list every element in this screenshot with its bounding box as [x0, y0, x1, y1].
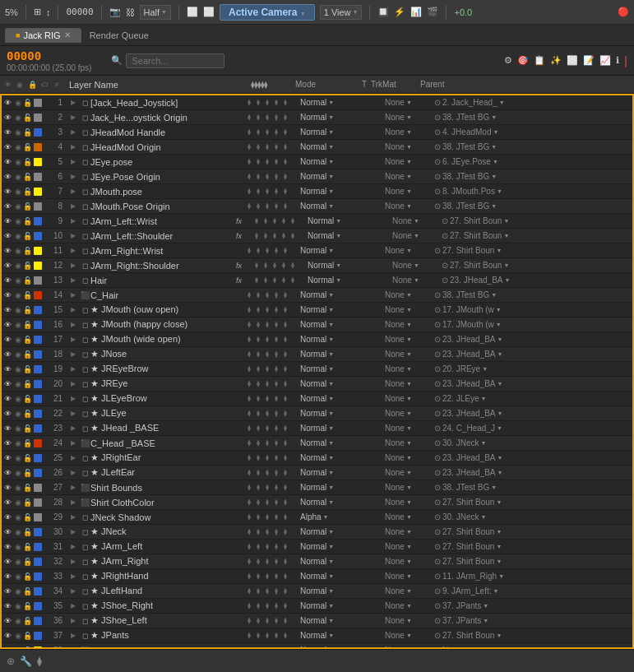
lock-icon[interactable]: 🔓	[23, 349, 32, 360]
expand-icon[interactable]: ▶	[67, 469, 79, 476]
table-row[interactable]: 👁 ◉ 🔓 4 ▶ ◻ JHeadMod Origin ⧫ ⧫ ⧫ ⧫ ⧫ No…	[2, 140, 632, 155]
eye-icon[interactable]: 👁	[3, 156, 12, 168]
label-swatch[interactable]	[33, 586, 42, 597]
lock-icon[interactable]: 🔓	[23, 497, 32, 508]
tab-render-queue[interactable]: Render Queue	[81, 29, 157, 42]
expand-icon[interactable]: ▶	[67, 617, 79, 624]
table-row[interactable]: 👁 ◉ 🔓 27 ▶ ⬛ Shirt Bounds ⧫ ⧫ ⧫ ⧫ ⧫ Norm…	[2, 480, 632, 495]
lock-icon[interactable]: 🔓	[23, 112, 32, 123]
label-swatch[interactable]	[33, 97, 42, 109]
solo-icon[interactable]: ◉	[13, 586, 22, 597]
label-swatch[interactable]	[33, 156, 42, 168]
label-swatch[interactable]	[33, 423, 42, 434]
label-swatch[interactable]	[33, 378, 42, 390]
lock-icon[interactable]: 🔓	[23, 452, 32, 464]
table-row[interactable]: 👁 ◉ 🔓 7 ▶ ◻ JMouth.pose ⧫ ⧫ ⧫ ⧫ ⧫ Normal…	[2, 184, 632, 199]
table-row[interactable]: 👁 ◉ 🔓 37 ▶ ◻ ★ JPants ⧫ ⧫ ⧫ ⧫ ⧫ Normal ▼	[2, 628, 632, 643]
table-row[interactable]: 👁 ◉ 🔓 9 ▶ ◻ JArm_Left::Wrist fx ⧫ ⧫ ⧫ ⧫ …	[2, 214, 632, 229]
expand-icon[interactable]: ▶	[67, 247, 79, 254]
mode-dropdown[interactable]: Normal ▼	[300, 187, 349, 196]
eye-icon[interactable]: 👁	[3, 349, 12, 360]
mode-dropdown[interactable]: Normal ▼	[300, 527, 349, 536]
eye-icon[interactable]: 👁	[3, 364, 12, 375]
label-swatch[interactable]	[33, 497, 42, 508]
label-swatch[interactable]	[33, 467, 42, 479]
layout-icon[interactable]: ⊞	[34, 7, 41, 17]
solo-icon[interactable]: ◉	[13, 260, 22, 271]
solo-icon[interactable]: ◉	[13, 482, 22, 494]
solo-icon[interactable]: ◉	[13, 556, 22, 568]
eye-icon[interactable]: 👁	[3, 334, 12, 345]
solo-icon[interactable]: ◉	[13, 378, 22, 390]
label-swatch[interactable]	[33, 630, 42, 642]
expand-icon[interactable]: ▶	[67, 306, 79, 313]
expand-icon[interactable]: ▶	[67, 336, 79, 343]
table-row[interactable]: 👁 ◉ 🔓 34 ▶ ◻ ★ JLeftHand ⧫ ⧫ ⧫ ⧫ ⧫ Norma…	[2, 584, 632, 599]
mode-dropdown[interactable]: Normal ▼	[300, 468, 349, 477]
table-row[interactable]: 👁 ◉ 🔓 26 ▶ ◻ ★ JLeftEar ⧫ ⧫ ⧫ ⧫ ⧫ Normal…	[2, 466, 632, 480]
table-row[interactable]: 👁 ◉ 🔓 2 ▶ ◻ Jack_He...oystick Origin ⧫ ⧫…	[2, 110, 632, 125]
label-swatch[interactable]	[33, 201, 42, 212]
label-swatch[interactable]	[33, 171, 42, 183]
render-icon[interactable]: 🎬	[427, 7, 438, 17]
table-row[interactable]: 👁 ◉ 🔓 22 ▶ ◻ ★ JLEye ⧫ ⧫ ⧫ ⧫ ⧫ Normal ▼	[2, 406, 632, 421]
expand-icon[interactable]: ▶	[67, 410, 79, 417]
table-row[interactable]: 👁 ◉ 🔓 36 ▶ ◻ ★ JShoe_Left ⧫ ⧫ ⧫ ⧫ ⧫ Norm…	[2, 614, 632, 628]
solo-icon[interactable]: ◉	[13, 364, 22, 375]
label-swatch[interactable]	[33, 512, 42, 523]
table-row[interactable]: 👁 ◉ 🔓 32 ▶ ◻ ★ JArm_Right ⧫ ⧫ ⧫ ⧫ ⧫ Norm…	[2, 554, 632, 569]
eye-icon[interactable]: 👁	[3, 201, 12, 212]
search-input[interactable]	[126, 53, 224, 68]
arrow-icon[interactable]: ↕	[46, 7, 51, 17]
table-row[interactable]: 👁 ◉ 🔓 20 ▶ ◻ ★ JREye ⧫ ⧫ ⧫ ⧫ ⧫ Normal ▼	[2, 377, 632, 392]
graph2-icon[interactable]: 📈	[599, 55, 611, 66]
mode-dropdown[interactable]: Normal ▼	[300, 202, 349, 211]
table-row[interactable]: 👁 ◉ 🔓 16 ▶ ◻ ★ JMouth (happy close) ⧫ ⧫ …	[2, 317, 632, 332]
expand-icon[interactable]: ▶	[67, 380, 79, 387]
label-swatch[interactable]	[33, 556, 42, 568]
table-row[interactable]: 👁 ◉ 🔓 1 ▶ ◻ [Jack_Head_Joystick] ⧫ ⧫ ⧫ ⧫…	[2, 95, 632, 110]
mode-dropdown[interactable]: Normal ▼	[300, 394, 349, 403]
lock-icon[interactable]: 🔓	[23, 97, 32, 109]
mode-dropdown[interactable]: Normal ▼	[300, 379, 349, 388]
solo-icon[interactable]: ◉	[13, 526, 22, 538]
lock-icon[interactable]: 🔓	[23, 304, 32, 316]
table-row[interactable]: 👁 ◉ 🔓 14 ▶ ⬛ C_Hair ⧫ ⧫ ⧫ ⧫ ⧫ Normal ▼	[2, 288, 632, 303]
label-swatch[interactable]	[33, 275, 42, 286]
solo-icon[interactable]: ◉	[13, 290, 22, 301]
mode-dropdown[interactable]: Normal ▼	[300, 453, 349, 462]
lock-icon[interactable]: 🔓	[23, 423, 32, 434]
solo-icon[interactable]: ◉	[13, 97, 22, 109]
solo-icon[interactable]: ◉	[13, 201, 22, 212]
lock-icon[interactable]: 🔓	[23, 526, 32, 538]
eye-icon[interactable]: 👁	[3, 541, 12, 553]
expand-icon[interactable]: ▶	[67, 128, 79, 136]
mode-dropdown[interactable]: Normal ▼	[300, 498, 349, 507]
table-row[interactable]: 👁 ◉ 🔓 38 ▶ ⬛ [JTest BG] ⧫ ⧫ ⧫ ⧫ ⧫ Normal…	[2, 643, 632, 649]
eye-icon[interactable]: 👁	[3, 216, 12, 227]
label-swatch[interactable]	[33, 304, 42, 316]
solo-icon[interactable]: ◉	[13, 216, 22, 227]
settings-right-icon[interactable]: 🔴	[618, 7, 629, 17]
lock-icon[interactable]: 🔓	[23, 393, 32, 405]
eye-icon[interactable]: 👁	[3, 378, 12, 390]
mode-dropdown[interactable]: Normal ▼	[300, 157, 349, 166]
table-row[interactable]: 👁 ◉ 🔓 29 ▶ ◻ JNeck Shadow ⧫ ⧫ ⧫ ⧫ ⧫ Alph…	[2, 510, 632, 525]
eye-icon[interactable]: 👁	[3, 304, 12, 316]
table-row[interactable]: 👁 ◉ 🔓 30 ▶ ◻ ★ JNeck ⧫ ⧫ ⧫ ⧫ ⧫ Normal ▼	[2, 525, 632, 540]
expand-icon[interactable]: ▶	[67, 424, 79, 432]
mode-dropdown[interactable]: Normal ▼	[300, 320, 349, 329]
mode-dropdown[interactable]: Normal ▼	[300, 335, 349, 344]
lock-icon[interactable]: 🔓	[23, 438, 32, 449]
eye-icon[interactable]: 👁	[3, 141, 12, 153]
lock-icon[interactable]: 🔓	[23, 467, 32, 479]
lock-icon[interactable]: 🔓	[23, 230, 32, 242]
label-swatch[interactable]	[33, 216, 42, 227]
expand-icon[interactable]: ▶	[67, 513, 79, 521]
label-swatch[interactable]	[33, 127, 42, 138]
table-row[interactable]: 👁 ◉ 🔓 25 ▶ ◻ ★ JRightEar ⧫ ⧫ ⧫ ⧫ ⧫ Norma…	[2, 451, 632, 466]
expand-icon[interactable]: ▶	[67, 439, 79, 447]
mode-dropdown[interactable]: Normal ▼	[300, 142, 349, 151]
expand-icon[interactable]: ▶	[67, 114, 79, 121]
solo-icon[interactable]: ◉	[13, 393, 22, 405]
